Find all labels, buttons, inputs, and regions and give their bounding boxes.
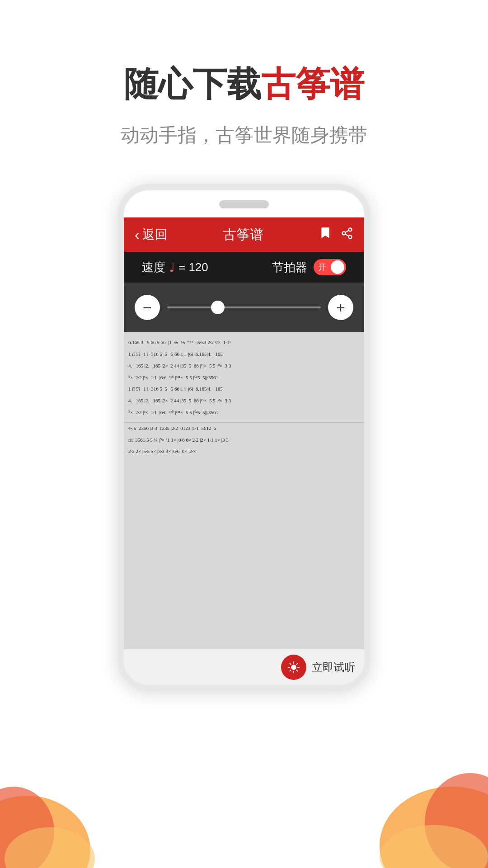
title-part2: 古筝谱 bbox=[261, 65, 364, 103]
metronome-label: 节拍器 bbox=[272, 259, 307, 275]
svg-point-8 bbox=[349, 235, 352, 238]
main-title: 随心下载古筝谱 bbox=[0, 63, 488, 104]
sheet-row: 2·2 2× |5·5 5× |3·3 3× |6·6 0× |2·× bbox=[124, 446, 364, 458]
metronome-section: 节拍器 开 bbox=[272, 259, 346, 275]
phone-speaker bbox=[219, 200, 269, 208]
header-section: 随心下载古筝谱 动动手指，古筝世界随身携带 bbox=[0, 0, 488, 148]
sound-icon bbox=[287, 661, 300, 674]
app-content: ‹ 返回 古筝谱 bbox=[124, 217, 364, 685]
bottom-bar: 立即试听 bbox=[124, 649, 364, 685]
slider-track[interactable] bbox=[167, 307, 321, 308]
back-button[interactable]: ‹ 返回 bbox=[135, 226, 168, 243]
svg-line-9 bbox=[345, 234, 349, 236]
svg-point-7 bbox=[343, 231, 346, 235]
listen-circle bbox=[281, 655, 306, 680]
plus-icon: + bbox=[336, 299, 345, 316]
toggle-on-label: 开 bbox=[318, 262, 326, 273]
sheet-row: ⁵× 2·2 |³× 1·1 |6·6 ³/⁶ |³¹¹× 5 5 |⁰²5 5… bbox=[124, 372, 364, 384]
subtitle: 动动手指，古筝世界随身携带 bbox=[0, 123, 488, 148]
bg-decoration-right bbox=[361, 741, 488, 868]
speed-value: = 120 bbox=[178, 260, 208, 274]
app-topbar: ‹ 返回 古筝谱 bbox=[124, 217, 364, 252]
title-part1: 随心下载 bbox=[124, 65, 261, 103]
svg-point-6 bbox=[349, 228, 352, 231]
slider-minus-button[interactable]: − bbox=[135, 295, 160, 320]
slider-plus-button[interactable]: + bbox=[328, 295, 353, 320]
speed-bar: 速度 ♩ = 120 节拍器 开 bbox=[124, 252, 364, 283]
svg-point-11 bbox=[291, 665, 296, 670]
chevron-left-icon: ‹ bbox=[135, 226, 140, 243]
bg-decoration-left bbox=[0, 750, 99, 868]
slider-area: − + bbox=[124, 283, 364, 332]
sheet-row: ⁵× 2·2 |³× 1·1 |6·6 ³/⁶ |³¹¹× 5 5 |⁰²5 5… bbox=[124, 407, 364, 419]
sheet-music-area: 6.165 3 5 66 5·66 |1 ²⁄₂ ³⁄₃ ᵛᵛᵛ |5·53 2… bbox=[124, 332, 364, 649]
sheet-row: rit 3561·5·5 ¼ |⁵× ²1 1× |0·6 6≈ 2·2 |2×… bbox=[124, 434, 364, 446]
sheet-row: 4. 165 |2. 165 |2× 2 44 |35 5 66 |²¹× 5 … bbox=[124, 395, 364, 407]
speed-label: 速度 ♩ = 120 bbox=[142, 259, 208, 275]
sheet-row: 1 ïï 5ï |1 i· 316 5 5 |5 66 1 i |6i 6.16… bbox=[124, 383, 364, 395]
back-label: 返回 bbox=[142, 226, 168, 243]
toggle-knob bbox=[331, 260, 344, 274]
speed-text: 速度 bbox=[142, 259, 165, 275]
listen-label: 立即试听 bbox=[312, 660, 355, 675]
slider-thumb bbox=[211, 301, 225, 314]
bookmark-icon[interactable] bbox=[319, 226, 332, 243]
minus-icon: − bbox=[143, 299, 152, 316]
sheet-row: 4. 165 |2. 165 |2× 2 44 |35 5 66 |²¹× 5 … bbox=[124, 360, 364, 372]
svg-line-10 bbox=[345, 230, 349, 232]
sheet-row: 6.165 3 5 66 5·66 |1 ²⁄₂ ³⁄₃ ᵛᵛᵛ |5·53 2… bbox=[124, 337, 364, 349]
sheet-row: ²⁄₅ 5 2356 |3·3 1235 |2·2 0123 |1·1 5612… bbox=[124, 422, 364, 434]
topbar-icons bbox=[319, 226, 353, 243]
sheet-row: 1 ïï 5ï |1 i· 316 5 5 |5 66 1 i |6i 6.16… bbox=[124, 349, 364, 360]
phone-outer: ‹ 返回 古筝谱 bbox=[117, 184, 371, 691]
share-icon[interactable] bbox=[341, 227, 353, 243]
topbar-title: 古筝谱 bbox=[168, 226, 319, 244]
phone-mockup: ‹ 返回 古筝谱 bbox=[0, 184, 488, 691]
listen-button[interactable]: 立即试听 bbox=[281, 655, 355, 680]
speed-note-icon: ♩ bbox=[169, 260, 175, 275]
metronome-toggle[interactable]: 开 bbox=[314, 259, 346, 275]
